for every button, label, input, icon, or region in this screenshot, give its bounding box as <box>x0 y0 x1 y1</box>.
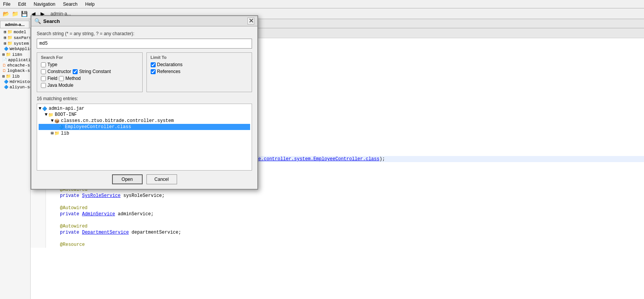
expand-icon: ⊞ <box>4 35 7 40</box>
dialog-close-button[interactable]: ✕ <box>247 18 254 24</box>
tree-node-admin-api[interactable]: ▼ 🔷 admin-api.jar <box>39 106 250 112</box>
references-checkbox[interactable] <box>151 69 156 74</box>
method-label: Method <box>65 76 81 81</box>
tree-node-lib[interactable]: ⊞ 📁 lib <box>39 130 250 136</box>
tree-application-properties[interactable]: 📄 application.properties <box>1 57 29 63</box>
tree-node-employee-controller[interactable]: 🔷 EmployeeController.class <box>39 124 250 130</box>
tree-i18n[interactable]: ⊞ 📁 i18n <box>1 52 29 57</box>
limit-to-group: Limit To Declarations References <box>146 52 252 92</box>
line-content: private DepartmentService departmentServ… <box>46 229 181 236</box>
java-module-label: Java Module <box>47 83 73 88</box>
line-content <box>46 199 49 205</box>
references-checkbox-row: References <box>151 69 248 74</box>
line-content: @Autowired <box>46 223 88 229</box>
expand-icon: ⊞ <box>4 29 7 34</box>
tree-label: HdrHistogram-2.1.6.jar <box>10 80 30 84</box>
project-tab[interactable]: admin-a... <box>0 21 29 28</box>
dialog-body: Search string (* = any string, ? = any c… <box>31 26 257 189</box>
java-module-checkbox-row: Java Module <box>41 83 138 88</box>
results-tree[interactable]: ▼ 🔷 admin-api.jar ▼ 📁 BOOT-INF ▼ 📦 class… <box>37 104 252 171</box>
constructor-checkbox[interactable] <box>41 69 46 74</box>
line-content: @Autowired <box>46 205 88 211</box>
expand-collapse-icon: ⊞ <box>51 130 54 136</box>
tree-saxparse[interactable]: ⊞ 📁 saxParse <box>1 35 29 41</box>
tree-label: lib <box>12 74 20 79</box>
search-dialog[interactable]: 🔍 Search ✕ Search string (* = any string… <box>31 15 258 190</box>
line-content: @Resource <box>46 242 85 248</box>
tree-label: i18n <box>12 52 22 57</box>
folder-button[interactable]: 📁 <box>11 10 19 18</box>
line-number <box>31 205 46 211</box>
node-label: classes.cn.ztuo.bitrade.controller.syste… <box>61 118 174 123</box>
xml-icon: 🗋 <box>2 68 6 73</box>
tree-system[interactable]: ⊞ 📁 system <box>1 41 29 46</box>
node-label: lib <box>61 131 69 136</box>
line-content <box>46 217 49 223</box>
folder-icon: 📁 <box>48 112 54 117</box>
field-checkbox[interactable] <box>41 76 46 81</box>
menu-navigation[interactable]: Navigation <box>32 1 57 8</box>
code-line-31: private DepartmentService departmentServ… <box>31 229 644 236</box>
tree-label: aliyun-sdk-oss-2.8.1.jar <box>10 85 30 89</box>
class-icon: 🔷 <box>4 47 8 51</box>
menu-edit[interactable]: Edit <box>16 1 28 8</box>
search-icon: 🔍 <box>34 18 41 24</box>
java-module-checkbox[interactable] <box>41 83 46 88</box>
code-line-27: @Autowired <box>31 205 644 211</box>
code-line-29 <box>31 217 644 223</box>
code-line-32 <box>31 236 644 242</box>
declarations-checkbox[interactable] <box>151 62 156 67</box>
tree-ehcache[interactable]: 🗋 ehcache-shiro.xml <box>1 63 29 68</box>
menu-file[interactable]: File <box>2 1 12 8</box>
constructor-checkbox-row: Constructor String Constant <box>41 69 138 74</box>
open-button[interactable]: Open <box>112 174 143 184</box>
tree-hdr[interactable]: 🔷 HdrHistogram-2.1.6.jar <box>1 79 29 84</box>
search-for-group: Search For Type Constructor String Const… <box>37 52 143 92</box>
tree-webapplication[interactable]: 🔷 WebApplication.class <box>1 46 29 52</box>
menubar: File Edit Navigation Search Help <box>0 0 644 8</box>
constructor-label: Constructor <box>47 69 71 74</box>
code-line-28: private AdminService adminService; <box>31 211 644 217</box>
project-tree: ⊞ 📁 model ⊞ 📁 saxParse ⊞ 📁 system 🔷 WebA… <box>0 28 30 91</box>
results-count: 16 matching entries: <box>37 96 252 101</box>
folder-icon: 📁 <box>6 52 11 57</box>
menu-search[interactable]: Search <box>62 1 79 8</box>
tree-model[interactable]: ⊞ 📁 model <box>1 29 29 35</box>
node-label: EmployeeController.class <box>65 124 131 130</box>
expand-collapse-icon: ▼ <box>45 112 47 117</box>
tree-label: system <box>14 41 29 46</box>
open-folder-button[interactable]: 📂 <box>2 10 10 18</box>
method-checkbox[interactable] <box>59 76 64 81</box>
line-content: private SysRoleService sysRoleService; <box>46 193 164 199</box>
node-label: BOOT-INF <box>55 112 77 117</box>
jar-icon: 🔷 <box>42 106 47 111</box>
cancel-button[interactable]: Cancel <box>146 174 177 184</box>
declarations-checkbox-row: Declarations <box>151 62 248 67</box>
jar-icon: 🔷 <box>4 80 8 84</box>
tree-label: WebApplication.class <box>10 47 30 51</box>
dialog-title: Search <box>43 18 60 24</box>
string-constant-checkbox[interactable] <box>73 69 78 74</box>
folder-icon: 📁 <box>7 29 13 34</box>
search-for-label: Search For <box>41 55 138 60</box>
search-input[interactable] <box>37 39 252 49</box>
declarations-label: Declarations <box>157 62 183 67</box>
tree-node-classes[interactable]: ▼ 📦 classes.cn.ztuo.bitrade.controller.s… <box>39 118 250 124</box>
type-label: Type <box>47 62 57 67</box>
menu-help[interactable]: Help <box>84 1 96 8</box>
line-number <box>31 199 46 205</box>
type-checkbox[interactable] <box>41 62 46 67</box>
line-content: private AdminService adminService; <box>46 211 154 217</box>
tree-node-boot-inf[interactable]: ▼ 📁 BOOT-INF <box>39 112 250 118</box>
tree-aliyun[interactable]: 🔷 aliyun-sdk-oss-2.8.1.jar <box>1 84 29 90</box>
save-button[interactable]: 💾 <box>20 10 28 18</box>
field-checkbox-row: Field Method <box>41 76 138 81</box>
tree-lib[interactable]: ⊞ 📁 lib <box>1 73 29 79</box>
code-line-26 <box>31 199 644 205</box>
dialog-buttons: Open Cancel <box>37 174 252 184</box>
string-constant-label: String Constant <box>79 69 111 74</box>
folder-icon: 📁 <box>7 35 13 40</box>
tree-logback[interactable]: 🗋 logback-spring.xml <box>1 68 29 73</box>
jar-icon: 🔷 <box>4 85 8 89</box>
class-icon: 🔷 <box>59 125 64 130</box>
